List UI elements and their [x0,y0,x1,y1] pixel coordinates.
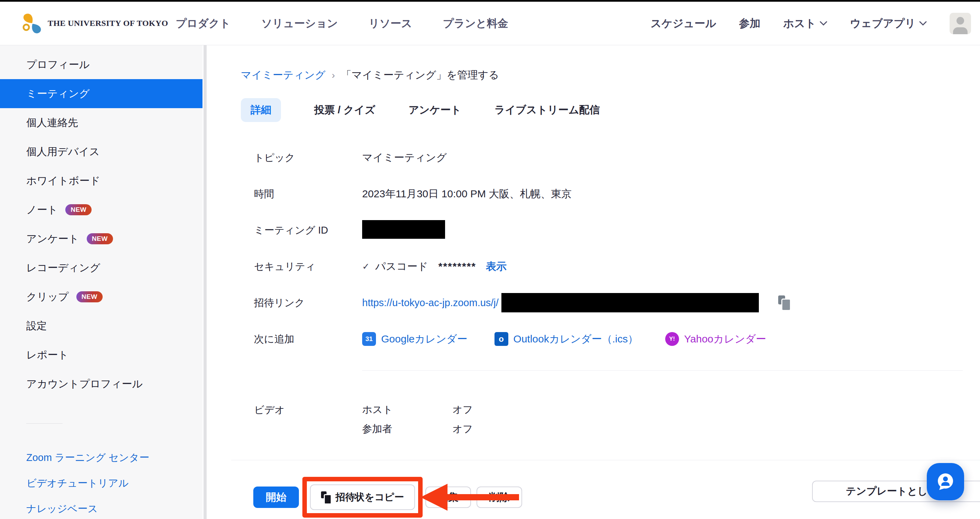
avatar-person-icon [953,27,967,34]
detail-row-invite-link: 招待リンク https://u-tokyo-ac-jp.zoom.us/j/ [241,293,980,313]
nav-webapp-label: ウェブアプリ [850,16,916,31]
yahoo-calendar-icon: Y! [665,332,679,346]
video-label: ビデオ [241,400,362,438]
sidebar-item-label: ノート [26,203,58,217]
sidebar-item-label: プロフィール [26,58,90,72]
checkmark-icon: ✓ [362,256,370,276]
utokyo-logo-text: THE UNIVERSITY OF TOKYO [48,19,168,28]
video-participant-value: オフ [452,419,473,438]
topic-value: マイミーティング [362,148,447,167]
sidebar-item-clips[interactable]: クリップNEW [0,282,202,311]
add-google-calendar[interactable]: 31 Googleカレンダー [362,329,468,349]
nav-webapp-menu[interactable]: ウェブアプリ [850,16,927,31]
start-button[interactable]: 開始 [253,487,299,508]
google-calendar-icon: 31 [362,332,376,346]
topic-label: トピック [241,148,362,167]
outlook-calendar-icon: o [495,332,508,346]
detail-row-time: 時間 2023年11月30日 10:00 PM 大阪、札幌、東京 [241,184,980,204]
breadcrumb-current: 「マイミーティング」を管理する [341,68,499,82]
nav-schedule-label: スケジュール [651,16,716,31]
nav-host-label: ホスト [783,16,816,31]
yahoo-calendar-label: Yahooカレンダー [684,329,766,349]
sidebar-link-video-tutorials[interactable]: ビデオチュートリアル [0,471,202,496]
edit-button[interactable]: 編集 [425,487,471,508]
time-value: 2023年11月30日 10:00 PM 大阪、札幌、東京 [362,184,571,204]
chat-person-icon [934,471,956,493]
utokyo-logo[interactable]: THE UNIVERSITY OF TOKYO [21,13,168,35]
new-badge: NEW [87,233,113,244]
video-host-row: ホスト オフ [362,400,473,419]
sidebar-item-notes[interactable]: ノートNEW [0,195,202,224]
tab-livestream[interactable]: ライブストリーム配信 [495,103,600,117]
sidebar-links: Zoom ラーニング センター ビデオチュートリアル ナレッジベース [0,445,202,519]
outlook-calendar-label: Outlookカレンダー（.ics） [514,329,638,349]
support-chat-button[interactable] [927,463,964,500]
tab-details[interactable]: 詳細 [241,98,281,122]
copy-invitation-button[interactable]: 招待状をコピー [310,484,415,510]
detail-row-security: セキュリティ ✓ パスコード ******** 表示 [241,256,980,276]
footer-divider [231,460,980,460]
detail-row-meeting-id: ミーティング ID [241,220,980,240]
utokyo-ginkgo-icon [21,13,43,35]
user-avatar[interactable] [950,13,971,34]
passcode-label: パスコード [375,256,428,276]
sidebar-item-label: 個人連絡先 [26,116,78,130]
breadcrumb: マイミーティング › 「マイミーティング」を管理する [241,68,980,82]
sidebar-link-learning-center[interactable]: Zoom ラーニング センター [0,445,202,471]
invite-link-url[interactable]: https://u-tokyo-ac-jp.zoom.us/j/ [362,293,499,313]
sidebar-item-recordings[interactable]: レコーディング [0,253,202,282]
video-host-value: オフ [452,400,473,419]
sidebar-item-label: アカウントプロフィール [26,377,143,391]
sidebar-item-label: レポート [26,348,68,362]
sidebar-item-personal-devices[interactable]: 個人用デバイス [0,137,202,166]
sidebar-item-meetings[interactable]: ミーティング [0,79,202,108]
security-label: セキュリティ [241,256,362,276]
meeting-id-redacted [362,220,445,239]
add-outlook-calendar[interactable]: o Outlookカレンダー（.ics） [495,329,638,349]
tab-survey[interactable]: アンケート [409,103,461,117]
sidebar: プロフィール ミーティング 個人連絡先 個人用デバイス ホワイトボード ノートN… [0,45,202,519]
copy-link-icon[interactable] [778,295,790,310]
breadcrumb-my-meetings[interactable]: マイミーティング [241,68,326,82]
tab-polls-quizzes[interactable]: 投票 / クイズ [314,103,375,117]
invite-link-label: 招待リンク [241,293,362,313]
sidebar-item-surveys[interactable]: アンケートNEW [0,224,202,253]
sidebar-item-personal-contacts[interactable]: 個人連絡先 [0,108,202,137]
avatar-person-icon [956,17,964,24]
sidebar-item-reports[interactable]: レポート [0,341,202,369]
nav-resources[interactable]: リソース [369,16,412,31]
chevron-down-icon [820,21,827,26]
nav-join[interactable]: 参加 [739,16,760,31]
sidebar-item-settings[interactable]: 設定 [0,311,202,341]
sidebar-link-knowledge-base[interactable]: ナレッジベース [0,496,202,519]
passcode-mask: ******** [439,256,476,276]
sidebar-gutter [202,45,207,519]
copy-icon [321,491,331,503]
sidebar-scrollbar[interactable] [204,45,207,519]
video-host-label: ホスト [362,400,452,419]
nav-plans-pricing[interactable]: プランと料金 [443,16,508,31]
nav-schedule[interactable]: スケジュール [651,16,716,31]
meeting-id-label: ミーティング ID [241,220,362,240]
sidebar-item-label: ミーティング [26,87,90,101]
add-yahoo-calendar[interactable]: Y! Yahooカレンダー [665,329,766,349]
add-to-label: 次に追加 [241,329,362,349]
nav-solutions[interactable]: ソリューション [261,16,337,31]
meeting-tabs: 詳細 投票 / クイズ アンケート ライブストリーム配信 [241,98,980,122]
video-participant-row: 参加者 オフ [362,419,473,438]
nav-host-menu[interactable]: ホスト [783,16,827,31]
main-content: マイミーティング › 「マイミーティング」を管理する 詳細 投票 / クイズ ア… [207,45,980,519]
sidebar-item-label: 個人用デバイス [26,145,100,159]
detail-row-add-to: 次に追加 31 Googleカレンダー o Outlookカレンダー（.ics）… [241,329,980,349]
sidebar-item-profile[interactable]: プロフィール [0,50,202,79]
sidebar-item-account-profile[interactable]: アカウントプロフィール [0,369,202,398]
video-participant-label: 参加者 [362,419,452,438]
nav-join-label: 参加 [739,16,760,31]
sidebar-divider [26,423,62,423]
nav-products[interactable]: プロダクト [176,16,231,31]
delete-button[interactable]: 削除 [477,487,522,508]
show-passcode-link[interactable]: 表示 [486,256,507,276]
new-badge: NEW [65,204,92,215]
sidebar-item-whiteboard[interactable]: ホワイトボード [0,166,202,195]
sidebar-item-label: アンケート [26,232,79,246]
